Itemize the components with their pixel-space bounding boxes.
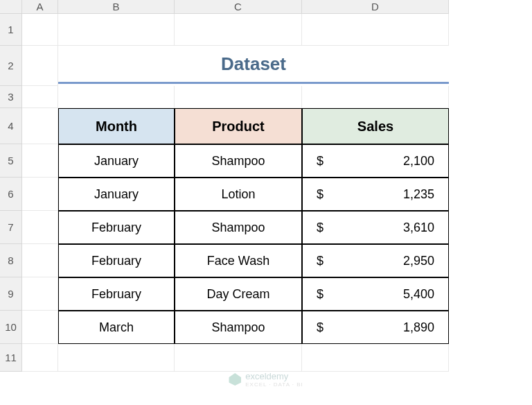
cell-B3[interactable] bbox=[58, 86, 175, 108]
currency-symbol: $ bbox=[317, 254, 323, 268]
currency-symbol: $ bbox=[317, 154, 323, 169]
cell-C3[interactable] bbox=[175, 86, 302, 108]
table-cell-month[interactable]: January bbox=[58, 144, 175, 178]
col-header-B[interactable]: B bbox=[58, 0, 175, 14]
table-cell-month[interactable]: March bbox=[58, 311, 175, 344]
sales-value: 2,950 bbox=[403, 254, 434, 268]
cell-A5[interactable] bbox=[22, 144, 58, 178]
table-cell-sales[interactable]: $3,610 bbox=[302, 211, 449, 244]
cell-A11[interactable] bbox=[22, 344, 58, 372]
currency-symbol: $ bbox=[317, 320, 323, 335]
table-cell-sales[interactable]: $5,400 bbox=[302, 277, 449, 311]
cell-D1[interactable] bbox=[302, 14, 449, 46]
cell-A9[interactable] bbox=[22, 277, 58, 311]
table-cell-month[interactable]: February bbox=[58, 211, 175, 244]
cell-D3[interactable] bbox=[302, 86, 449, 108]
col-header-A[interactable]: A bbox=[22, 0, 58, 14]
row-header-7[interactable]: 7 bbox=[0, 211, 22, 244]
sales-value: 2,100 bbox=[403, 154, 434, 169]
table-cell-sales[interactable]: $1,890 bbox=[302, 311, 449, 344]
row-header-1[interactable]: 1 bbox=[0, 14, 22, 46]
cell-A4[interactable] bbox=[22, 108, 58, 144]
sales-value: 3,610 bbox=[403, 221, 434, 235]
row-header-11[interactable]: 11 bbox=[0, 344, 22, 372]
cell-A6[interactable] bbox=[22, 178, 58, 211]
row-header-8[interactable]: 8 bbox=[0, 244, 22, 277]
header-month[interactable]: Month bbox=[58, 108, 175, 144]
sales-value: 5,400 bbox=[403, 287, 434, 302]
table-cell-product[interactable]: Lotion bbox=[175, 178, 302, 211]
table-cell-sales[interactable]: $2,100 bbox=[302, 144, 449, 178]
cell-A3[interactable] bbox=[22, 86, 58, 108]
currency-symbol: $ bbox=[317, 287, 323, 302]
watermark-logo-icon bbox=[229, 373, 241, 386]
table-cell-sales[interactable]: $1,235 bbox=[302, 178, 449, 211]
table-cell-product[interactable]: Shampoo bbox=[175, 144, 302, 178]
select-all-corner[interactable] bbox=[0, 0, 22, 14]
col-header-C[interactable]: C bbox=[175, 0, 302, 14]
row-header-10[interactable]: 10 bbox=[0, 311, 22, 344]
table-cell-month[interactable]: February bbox=[58, 277, 175, 311]
cell-C11[interactable] bbox=[175, 344, 302, 372]
currency-symbol: $ bbox=[317, 221, 323, 235]
row-header-6[interactable]: 6 bbox=[0, 178, 22, 211]
row-header-3[interactable]: 3 bbox=[0, 86, 22, 108]
cell-A8[interactable] bbox=[22, 244, 58, 277]
table-cell-month[interactable]: January bbox=[58, 178, 175, 211]
dataset-title[interactable]: Dataset bbox=[58, 46, 449, 84]
cell-D11[interactable] bbox=[302, 344, 449, 372]
header-product[interactable]: Product bbox=[175, 108, 302, 144]
cell-B1[interactable] bbox=[58, 14, 175, 46]
row-header-4[interactable]: 4 bbox=[0, 108, 22, 144]
sales-value: 1,890 bbox=[403, 320, 434, 335]
cell-A2[interactable] bbox=[22, 46, 58, 86]
row-header-2[interactable]: 2 bbox=[0, 46, 22, 86]
currency-symbol: $ bbox=[317, 187, 323, 202]
cell-A1[interactable] bbox=[22, 14, 58, 46]
cell-C1[interactable] bbox=[175, 14, 302, 46]
table-cell-month[interactable]: February bbox=[58, 244, 175, 277]
col-header-D[interactable]: D bbox=[302, 0, 449, 14]
header-sales[interactable]: Sales bbox=[302, 108, 449, 144]
table-cell-product[interactable]: Face Wash bbox=[175, 244, 302, 277]
table-cell-product[interactable]: Day Cream bbox=[175, 277, 302, 311]
sales-value: 1,235 bbox=[403, 187, 434, 202]
watermark-brand: exceldemy bbox=[245, 371, 288, 381]
table-cell-product[interactable]: Shampoo bbox=[175, 211, 302, 244]
cell-A10[interactable] bbox=[22, 311, 58, 344]
table-cell-sales[interactable]: $2,950 bbox=[302, 244, 449, 277]
cell-A7[interactable] bbox=[22, 211, 58, 244]
row-header-5[interactable]: 5 bbox=[0, 144, 22, 178]
watermark-tagline: EXCEL · DATA · BI bbox=[245, 381, 303, 388]
row-header-9[interactable]: 9 bbox=[0, 277, 22, 311]
spreadsheet-grid: A B C D 1 2 Dataset 3 4 Month Product Sa… bbox=[0, 0, 532, 372]
cell-B11[interactable] bbox=[58, 344, 175, 372]
table-cell-product[interactable]: Shampoo bbox=[175, 311, 302, 344]
watermark: exceldemy EXCEL · DATA · BI bbox=[229, 371, 303, 388]
